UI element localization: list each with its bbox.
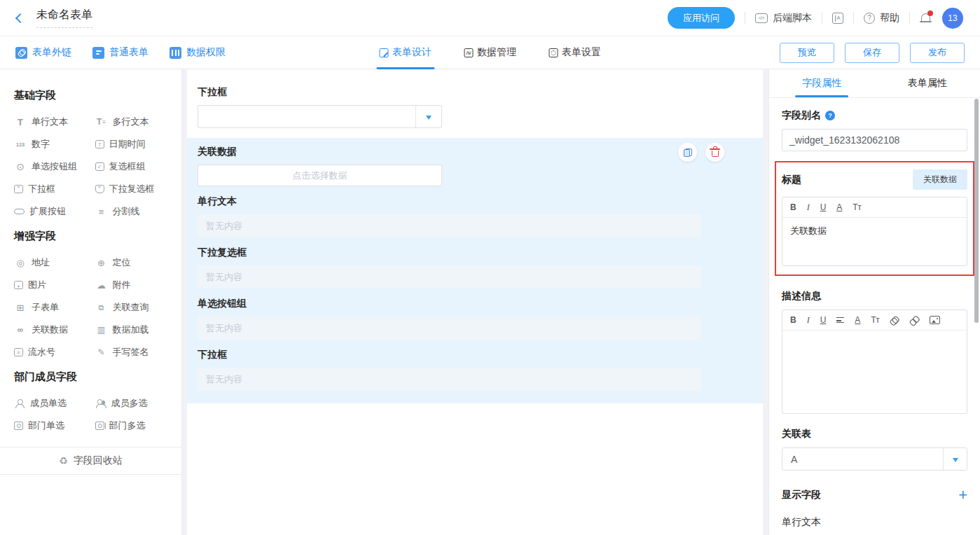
palette-item-related-data[interactable]: 关联数据 [14,319,95,341]
form-external-link-button[interactable]: 表单外链 [15,46,71,59]
form-canvas[interactable]: 下拉框 关联数据 单行文本 下拉复选框 单选按钮组 [187,69,763,535]
font-color-icon[interactable]: A [836,203,842,211]
tab-field-properties[interactable]: 字段属性 [769,69,875,97]
palette-item-single-line-text[interactable]: 单行文本 [14,111,95,133]
palette-item-dropdown-multi[interactable]: 下拉复选框 [95,178,177,200]
related-table-value: A [782,448,943,470]
dropdown-icon [14,185,23,193]
description-editor-content[interactable] [782,331,967,413]
insert-link-icon[interactable] [890,315,899,325]
underline-icon[interactable]: U [820,203,827,211]
section-basic-fields: 基础字段 [0,89,181,102]
palette-item-dept-single[interactable]: 部门单选 [14,415,95,437]
field-recycle-bin[interactable]: 字段回收站 [0,447,181,475]
palette-item-number[interactable]: 数字 [14,133,95,155]
palette-item-dept-multi[interactable]: 部门多选 [95,415,177,437]
checkbox-group-icon [95,162,104,171]
user-avatar[interactable]: 13 [942,8,963,29]
font-size-icon[interactable]: Tт [871,316,879,324]
palette-item-address[interactable]: 地址 [14,251,95,274]
duplicate-widget-button[interactable] [678,143,697,162]
palette-item-subform[interactable]: 子表单 [14,296,95,319]
related-table-section: 关联表 A [782,428,967,471]
insert-image-icon[interactable] [930,316,940,324]
tab-data-management[interactable]: 数据管理 [464,36,516,69]
divider [822,12,822,24]
bold-icon[interactable]: B [790,203,796,211]
palette-item-datetime[interactable]: 日期时间 [95,133,177,155]
properties-tabs: 字段属性 表单属性 [769,69,980,98]
panel-scrollbar[interactable] [974,99,979,323]
title-variable-chip[interactable]: 关联数据 [913,169,967,190]
dropdown-field-select[interactable] [198,105,442,128]
palette-item-multi-line-text[interactable]: 多行文本 [95,111,177,133]
multi-line-text-icon [95,117,108,127]
bold-icon[interactable]: B [790,316,796,324]
add-display-field-button[interactable]: + [958,487,967,503]
palette-item-dropdown[interactable]: 下拉框 [14,178,95,200]
title-label: 标题 [782,174,801,186]
copy-icon [684,148,692,157]
related-table-select[interactable]: A [782,447,967,471]
save-button[interactable]: 保存 [845,43,899,63]
data-permission-button[interactable]: 数据权限 [170,46,226,59]
help-button[interactable]: 帮助 [864,12,899,25]
data-picker-input[interactable] [198,165,442,186]
remove-link-icon[interactable] [909,315,920,326]
font-size-icon[interactable]: Tт [853,203,861,211]
palette-item-data-load[interactable]: 数据加载 [95,319,177,341]
palette-item-serial-number[interactable]: 流水号 [14,341,95,363]
palette-item-image[interactable]: 图片 [14,274,95,296]
divider [853,12,854,24]
form-title-wrap[interactable]: 未命名表单 [36,8,92,28]
back-button[interactable] [15,13,25,22]
display-field-item[interactable]: 单行文本 [782,516,967,529]
form-title[interactable]: 未命名表单 [36,8,92,28]
italic-icon[interactable]: I [807,203,810,211]
backend-script-button[interactable]: 后端脚本 [755,12,812,25]
delete-widget-button[interactable] [705,143,724,162]
palette-item-member-multi[interactable]: 成员多选 [95,392,177,415]
number-icon [14,141,27,148]
app-access-button[interactable]: 应用访问 [668,7,735,29]
publish-button[interactable]: 发布 [910,43,965,63]
font-color-icon[interactable]: A [855,316,860,324]
palette-item-location[interactable]: 定位 [95,251,177,274]
divider [745,12,745,24]
palette-item-radio-group[interactable]: 单选按钮组 [14,155,95,178]
palette-item-extend-button[interactable]: 扩展按钮 [14,200,95,223]
tab-form-design-label: 表单设计 [392,46,432,59]
palette-item-checkbox-group[interactable]: 复选框组 [95,155,177,178]
subfield-input-single-line-text [198,214,701,237]
notification-dot [927,11,933,16]
preview-button[interactable]: 预览 [780,43,834,63]
subfield-label: 单行文本 [198,195,752,208]
field-alias-help-icon[interactable] [825,111,835,120]
form-toolbar-links: 表单外链 普通表单 数据权限 [15,46,226,59]
dept-single-icon [14,422,23,430]
tab-form-settings[interactable]: 表单设置 [548,36,601,69]
title-editor-content[interactable]: 关联数据 [782,218,967,265]
contacts-icon [832,13,843,24]
palette-item-attachment[interactable]: 附件 [95,274,177,296]
field-alias-input[interactable] [782,129,967,151]
selected-widget-related-data[interactable]: 关联数据 单行文本 下拉复选框 单选按钮组 下拉框 [187,138,763,403]
tab-form-design[interactable]: 表单设计 [379,36,432,69]
align-icon[interactable] [836,317,844,323]
notifications-button[interactable] [920,12,932,25]
description-editor-toolbar: B I U A Tт [782,310,967,331]
dept-multi-icon [95,422,104,430]
underline-icon[interactable]: U [820,316,827,324]
italic-icon[interactable]: I [807,316,810,324]
link-icon [15,47,27,59]
contacts-button[interactable] [832,13,843,24]
data-management-icon [464,48,473,57]
palette-item-related-query[interactable]: 关联查询 [95,296,177,319]
palette-item-divider-line[interactable]: 分割线 [95,200,177,223]
normal-form-button[interactable]: 普通表单 [92,46,149,59]
tab-form-settings-label: 表单设置 [562,46,601,59]
palette-item-member-single[interactable]: 成员单选 [14,392,95,415]
tab-form-properties[interactable]: 表单属性 [875,69,980,97]
subfield-input-dropdown-multi [198,265,701,289]
palette-item-signature[interactable]: 手写签名 [95,341,177,363]
